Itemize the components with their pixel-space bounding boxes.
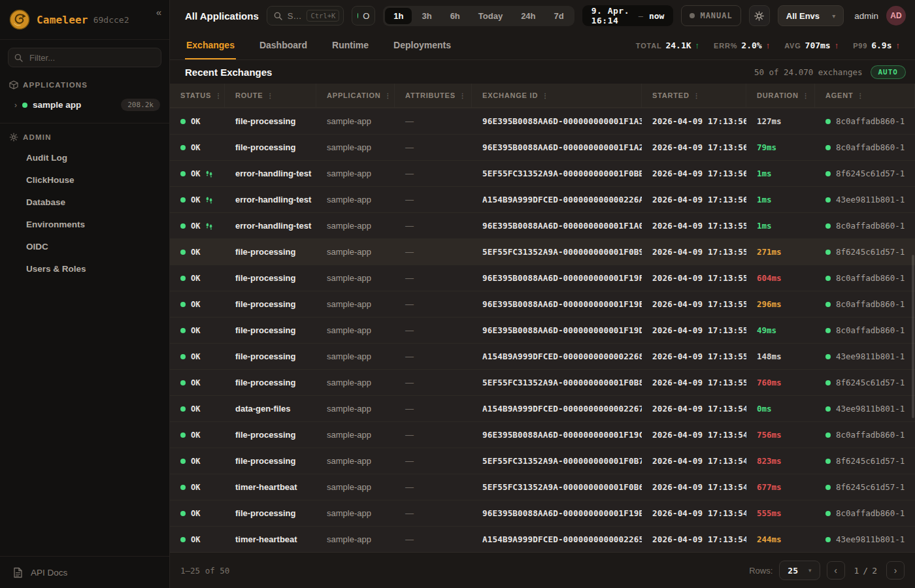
global-search[interactable]: S… Ctrl+K (267, 6, 344, 25)
agent-status-dot (825, 328, 831, 333)
table-row[interactable]: OKfile-processingsample-app—A154B9A999DF… (170, 343, 915, 369)
started-timestamp: 2026-04-09 17:13:55 (642, 221, 746, 231)
sidebar-item-environments[interactable]: Environments (0, 214, 169, 235)
tab-runtime[interactable]: Runtime (331, 31, 370, 59)
column-header-application[interactable]: APPLICATION⋮ (316, 84, 395, 107)
stat-err: ERR%2.0%↑ (714, 41, 770, 50)
admin-nav: Audit LogClickHouseDatabaseEnvironmentsO… (0, 146, 169, 279)
application-name: sample-app (316, 508, 395, 518)
table-row[interactable]: OKfile-processingsample-app—96E395B0088A… (170, 500, 915, 526)
sidebar-item-users-roles[interactable]: Users & Roles (0, 259, 169, 279)
scope-label: All Applications (185, 10, 259, 22)
rows-per-page-select[interactable]: 25 ▾ (779, 561, 820, 580)
sidebar-item-database[interactable]: Database (0, 192, 169, 212)
sidebar-item-oidc[interactable]: OIDC (0, 237, 169, 257)
filter-input[interactable] (8, 48, 161, 67)
table-row[interactable]: OKerror-handling-testsample-app—A154B9A9… (170, 186, 915, 212)
agent-status-dot (825, 250, 831, 255)
column-header-duration[interactable]: DURATION⋮ (746, 84, 815, 107)
table-row[interactable]: OKerror-handling-testsample-app—5EF55FC3… (170, 160, 915, 186)
duration-value: 127ms (746, 116, 815, 126)
duration-value: 49ms (746, 325, 815, 335)
page-current: 1 (854, 566, 859, 576)
status-ok-dot (180, 171, 186, 176)
application-name: sample-app (316, 378, 395, 387)
table-row[interactable]: OKfile-processingsample-app—96E395B0088A… (170, 265, 915, 291)
cube-icon (9, 80, 18, 90)
status-cell: OK (170, 117, 225, 126)
range-button-today[interactable]: Today (470, 8, 511, 24)
range-button-24h[interactable]: 24h (512, 8, 544, 24)
route-name: file-processing (225, 299, 316, 309)
sidebar-collapse-icon[interactable]: « (156, 7, 161, 18)
status-ok-dot (180, 145, 186, 150)
tab-dashboard[interactable]: Dashboard (258, 31, 308, 59)
sidebar-item-audit-log[interactable]: Audit Log (0, 148, 169, 168)
date-range-button[interactable]: 9. Apr. 16:14 – now (582, 5, 674, 26)
avatar[interactable]: AD (886, 6, 906, 25)
trend-up-icon: ↑ (896, 41, 901, 50)
auto-refresh-badge[interactable]: AUTO (871, 65, 907, 79)
column-header-status[interactable]: STATUS⋮ (170, 84, 225, 107)
column-header-attributes[interactable]: ATTRIBUTES⋮ (395, 84, 472, 107)
online-status-button[interactable]: O (352, 6, 375, 25)
column-header-exchange-id[interactable]: EXCHANGE ID⋮ (472, 84, 642, 107)
sidebar-header: Cameleer 69dcce2 « (0, 0, 169, 40)
prev-page-button[interactable]: ‹ (827, 561, 845, 580)
manual-mode-button[interactable]: MANUAL (681, 5, 740, 26)
trend-up-icon: ↑ (695, 41, 700, 50)
sidebar-item-sample-app[interactable]: › sample app 208.2k (0, 93, 169, 116)
agent-id: 8c0affadb860-1 (836, 142, 905, 152)
theme-toggle-button[interactable] (749, 5, 770, 26)
table-row[interactable]: OKerror-handling-testsample-app—96E395B0… (170, 212, 915, 238)
status-ok-dot (180, 302, 186, 307)
column-header-agent[interactable]: AGENT⋮ (815, 84, 915, 107)
scrollbar-thumb[interactable] (912, 255, 914, 418)
started-timestamp: 2026-04-09 17:13:56 (642, 142, 746, 152)
sidebar-item-clickhouse[interactable]: ClickHouse (0, 170, 169, 190)
duration-value: 148ms (746, 351, 815, 361)
table-row[interactable]: OKfile-processingsample-app—96E395B0088A… (170, 134, 915, 160)
table-row[interactable]: OKtimer-heartbeatsample-app—5EF55FC31352… (170, 474, 915, 500)
table-row[interactable]: OKfile-processingsample-app—96E395B0088A… (170, 421, 915, 448)
attributes-value: — (395, 247, 472, 257)
duration-value: 1ms (746, 169, 815, 178)
column-header-started[interactable]: STARTED⋮ (642, 84, 746, 107)
sun-icon (754, 11, 764, 21)
status-label: OK (191, 509, 200, 518)
attributes-value: — (395, 534, 472, 544)
table-row[interactable]: OKtimer-heartbeatsample-app—A154B9A999DF… (170, 526, 915, 552)
next-page-button[interactable]: › (886, 561, 905, 580)
column-header-label: ROUTE (235, 91, 263, 99)
table-row[interactable]: OKfile-processingsample-app—96E395B0088A… (170, 291, 915, 317)
range-button-3h[interactable]: 3h (413, 8, 440, 24)
table-row[interactable]: OKfile-processingsample-app—5EF55FC31352… (170, 238, 915, 265)
table-row[interactable]: OKfile-processingsample-app—96E395B0088A… (170, 317, 915, 343)
attributes-value: — (395, 482, 472, 492)
agent-status-dot (825, 223, 831, 229)
online-status-label: O (363, 11, 369, 21)
route-name: file-processing (225, 142, 316, 152)
tab-deployments[interactable]: Deployments (392, 31, 452, 59)
duration-value: 555ms (746, 508, 815, 518)
date-from: 9. Apr. 16:14 (591, 6, 633, 25)
status-label: OK (191, 221, 200, 231)
environment-select[interactable]: All Envs ▾ (778, 5, 844, 26)
column-header-route[interactable]: ROUTE⋮ (225, 84, 316, 107)
agent-id: 8f6245c61d57-1 (836, 378, 905, 387)
range-button-1h[interactable]: 1h (385, 8, 412, 24)
tab-exchanges[interactable]: Exchanges (185, 31, 236, 59)
summary-stats: TOTAL24.1K↑ERR%2.0%↑AVG707ms↑P996.9s↑ (636, 31, 900, 59)
range-button-7d[interactable]: 7d (546, 8, 573, 24)
chevron-right-icon[interactable]: › (14, 101, 17, 110)
online-status-dot (358, 13, 358, 18)
sidebar-item-api-docs[interactable]: API Docs (0, 556, 169, 588)
table-row[interactable]: OKfile-processingsample-app—96E395B0088A… (170, 108, 915, 134)
range-button-6h[interactable]: 6h (442, 8, 469, 24)
stat-label: P99 (853, 42, 867, 50)
agent-id: 43ee9811b801-1 (836, 534, 905, 544)
application-name: sample-app (316, 299, 395, 309)
table-row[interactable]: OKfile-processingsample-app—5EF55FC31352… (170, 369, 915, 395)
table-row[interactable]: OKdata-gen-filessample-app—A154B9A999DFC… (170, 395, 915, 421)
table-row[interactable]: OKfile-processingsample-app—5EF55FC31352… (170, 448, 915, 474)
